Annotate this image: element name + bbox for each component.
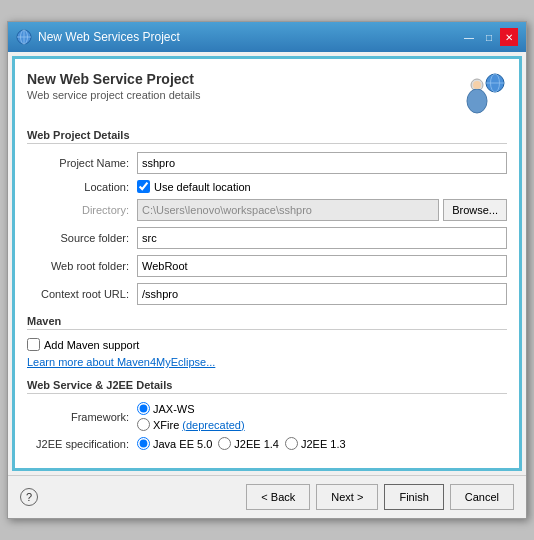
- browse-button[interactable]: Browse...: [443, 199, 507, 221]
- xfire-label: XFire: [153, 419, 179, 431]
- framework-label: Framework:: [27, 411, 137, 423]
- minimize-button[interactable]: —: [460, 28, 478, 46]
- maven-section: Maven Add Maven support Learn more about…: [27, 315, 507, 369]
- web-root-input[interactable]: [137, 255, 507, 277]
- window-title: New Web Services Project: [38, 30, 180, 44]
- directory-label: Directory:: [27, 204, 137, 216]
- web-root-row: Web root folder:: [27, 255, 507, 277]
- bottom-right-buttons: < Back Next > Finish Cancel: [246, 484, 514, 510]
- use-default-location-checkbox[interactable]: [137, 180, 150, 193]
- j2ee-label: J2EE specification:: [27, 438, 137, 450]
- jax-ws-option: JAX-WS: [137, 402, 245, 415]
- xfire-option: XFire (deprecated): [137, 418, 245, 431]
- use-default-location-label: Use default location: [154, 181, 251, 193]
- context-root-row: Context root URL:: [27, 283, 507, 305]
- svg-point-9: [473, 81, 481, 89]
- source-folder-row: Source folder:: [27, 227, 507, 249]
- header-text: New Web Service Project Web service proj…: [27, 71, 200, 113]
- project-name-row: Project Name:: [27, 152, 507, 174]
- xfire-radio[interactable]: [137, 418, 150, 431]
- wizard-icon: [459, 71, 507, 119]
- java-ee-50-option: Java EE 5.0: [137, 437, 212, 450]
- jax-ws-label: JAX-WS: [153, 403, 195, 415]
- title-bar-controls: — □ ✕: [460, 28, 518, 46]
- maximize-button[interactable]: □: [480, 28, 498, 46]
- xfire-deprecated-link[interactable]: (deprecated): [182, 419, 244, 431]
- directory-input[interactable]: [137, 199, 439, 221]
- back-button[interactable]: < Back: [246, 484, 310, 510]
- j2ee-13-radio[interactable]: [285, 437, 298, 450]
- j2ee-row: J2EE specification: Java EE 5.0 J2EE 1.4…: [27, 437, 507, 450]
- location-row: Location: Use default location: [27, 180, 507, 193]
- j2ee-13-label: J2EE 1.3: [301, 438, 346, 450]
- source-folder-input[interactable]: [137, 227, 507, 249]
- bottom-bar: ? < Back Next > Finish Cancel: [8, 475, 526, 518]
- maven-checkbox-row: Add Maven support: [27, 338, 507, 351]
- framework-row: Framework: JAX-WS XFire (deprecated): [27, 402, 507, 431]
- context-root-label: Context root URL:: [27, 288, 137, 300]
- j2ee-options: Java EE 5.0 J2EE 1.4 J2EE 1.3: [137, 437, 346, 450]
- title-bar-left: New Web Services Project: [16, 29, 180, 45]
- next-button[interactable]: Next >: [316, 484, 378, 510]
- add-maven-label: Add Maven support: [44, 339, 139, 351]
- j2ee-14-option: J2EE 1.4: [218, 437, 279, 450]
- context-root-input[interactable]: [137, 283, 507, 305]
- location-label: Location:: [27, 181, 137, 193]
- directory-row: Directory: Browse...: [27, 199, 507, 221]
- close-button[interactable]: ✕: [500, 28, 518, 46]
- page-subtitle: Web service project creation details: [27, 89, 200, 101]
- web-project-details-section: Web Project Details: [27, 129, 507, 144]
- web-root-label: Web root folder:: [27, 260, 137, 272]
- framework-options: JAX-WS XFire (deprecated): [137, 402, 245, 431]
- cancel-button[interactable]: Cancel: [450, 484, 514, 510]
- ws-j2ee-section-title: Web Service & J2EE Details: [27, 379, 507, 394]
- add-maven-checkbox[interactable]: [27, 338, 40, 351]
- project-name-input[interactable]: [137, 152, 507, 174]
- java-ee-50-radio[interactable]: [137, 437, 150, 450]
- content-area: New Web Service Project Web service proj…: [12, 56, 522, 471]
- j2ee-13-option: J2EE 1.3: [285, 437, 346, 450]
- svg-point-8: [467, 89, 487, 113]
- maven-section-title: Maven: [27, 315, 507, 330]
- page-title: New Web Service Project: [27, 71, 200, 87]
- jax-ws-radio[interactable]: [137, 402, 150, 415]
- title-bar: New Web Services Project — □ ✕: [8, 22, 526, 52]
- maven-link[interactable]: Learn more about Maven4MyEclipse...: [27, 356, 215, 368]
- globe-icon: [16, 29, 32, 45]
- main-window: New Web Services Project — □ ✕ New Web S…: [7, 21, 527, 519]
- finish-button[interactable]: Finish: [384, 484, 443, 510]
- project-name-label: Project Name:: [27, 157, 137, 169]
- j2ee-14-label: J2EE 1.4: [234, 438, 279, 450]
- help-button[interactable]: ?: [20, 488, 38, 506]
- source-folder-label: Source folder:: [27, 232, 137, 244]
- j2ee-14-radio[interactable]: [218, 437, 231, 450]
- java-ee-50-label: Java EE 5.0: [153, 438, 212, 450]
- page-header: New Web Service Project Web service proj…: [27, 71, 507, 119]
